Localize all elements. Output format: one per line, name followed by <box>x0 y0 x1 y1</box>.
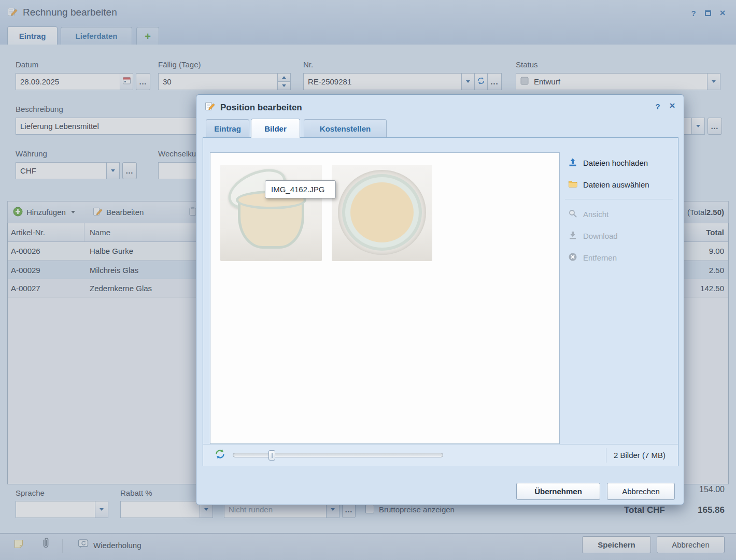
bowl-rice-shape <box>350 182 414 242</box>
refresh-icon-button[interactable] <box>215 449 225 462</box>
zoom-slider[interactable] <box>233 453 443 457</box>
images-panel: IMG_4162.JPG Dateien hochladen Dateien a… <box>203 137 678 466</box>
screen: Rechnung bearbeiten ? × Eintrag Lieferda… <box>0 0 736 560</box>
dialog-cancel-button[interactable]: Abbrechen <box>607 483 675 500</box>
image-toolbar: 2 Bilder (7 MB) <box>203 444 678 466</box>
image-thumbnail-1[interactable] <box>220 165 322 261</box>
download-button[interactable]: Download <box>560 225 678 246</box>
image-count-status: 2 Bilder (7 MB) <box>606 451 678 460</box>
magnifier-icon <box>568 209 577 220</box>
position-dialog: Position bearbeiten ? × Eintrag Bilder K… <box>196 94 684 505</box>
folder-icon <box>568 179 577 190</box>
dialog-close-button[interactable]: × <box>667 100 677 111</box>
upload-icon <box>568 157 577 168</box>
select-files-button[interactable]: Dateien auswählen <box>560 174 678 195</box>
edit-pencil-icon <box>205 101 215 114</box>
filename-tooltip: IMG_4162.JPG <box>265 180 336 198</box>
dialog-tab-eintrag[interactable]: Eintrag <box>206 119 249 137</box>
dialog-action-sidebar: Dateien hochladen Dateien auswählen Ansi… <box>560 138 678 444</box>
dialog-help-button[interactable]: ? <box>653 101 663 111</box>
remove-icon <box>568 252 577 263</box>
image-thumbnail-2[interactable] <box>332 165 432 261</box>
remove-image-button[interactable]: Entfernen <box>560 247 678 268</box>
apply-button[interactable]: Übernehmen <box>516 483 600 500</box>
dialog-tab-bilder[interactable]: Bilder <box>251 119 300 138</box>
image-list-area[interactable]: IMG_4162.JPG <box>210 152 560 444</box>
view-image-button[interactable]: Ansicht <box>560 204 678 224</box>
sidebar-separator <box>565 199 673 199</box>
dialog-tab-kostenstellen[interactable]: Kostenstellen <box>304 119 387 137</box>
zoom-slider-thumb[interactable] <box>268 450 275 461</box>
download-icon <box>568 231 577 241</box>
dialog-title: Position bearbeiten <box>205 101 302 114</box>
upload-files-button[interactable]: Dateien hochladen <box>560 152 678 173</box>
